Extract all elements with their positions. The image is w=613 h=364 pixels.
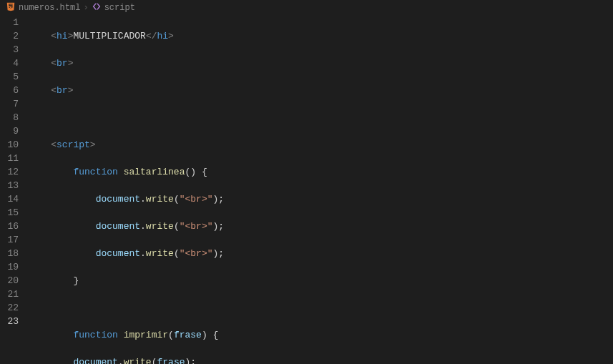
chevron-right-icon: ›: [83, 3, 88, 13]
line-number: 17: [0, 233, 19, 247]
line-number: 1: [0, 16, 19, 29]
line-number: 5: [0, 70, 19, 84]
line-number: 4: [0, 56, 19, 70]
code-line[interactable]: <hi>MULTIPLICADOR</hi>: [29, 29, 285, 43]
html-file-icon: [6, 1, 16, 14]
line-number: 20: [0, 274, 19, 287]
line-number: 2: [0, 29, 19, 43]
line-number: 13: [0, 179, 19, 192]
breadcrumb-symbol[interactable]: script: [104, 3, 135, 13]
code-line[interactable]: document.write("<br>");: [29, 247, 285, 260]
line-number: 7: [0, 97, 19, 111]
line-number: 21: [0, 287, 19, 301]
line-number: 16: [0, 220, 19, 233]
line-number: 11: [0, 152, 19, 165]
line-number: 14: [0, 192, 19, 206]
line-number: 19: [0, 260, 19, 274]
code-area[interactable]: <hi>MULTIPLICADOR</hi> <br> <br> <script…: [29, 16, 285, 364]
code-editor[interactable]: 1 2 3 4 5 6 7 8 9 10 11 12 13 14 15 16 1…: [0, 16, 613, 364]
code-line[interactable]: function imprimir(frase) {: [29, 328, 285, 342]
line-number: 6: [0, 84, 19, 97]
breadcrumb-file[interactable]: numeros.html: [19, 3, 80, 13]
line-number: 22: [0, 301, 19, 315]
code-line[interactable]: function saltarlinea() {: [29, 165, 285, 179]
code-line[interactable]: document.write(frase);: [29, 355, 285, 364]
breadcrumb: numeros.html › script: [0, 0, 613, 16]
line-number: 15: [0, 206, 19, 220]
line-number: 23: [0, 315, 19, 328]
script-symbol-icon: [92, 1, 102, 14]
code-line[interactable]: <script>: [29, 138, 285, 152]
code-line[interactable]: }: [29, 274, 285, 287]
code-line[interactable]: <br>: [29, 84, 285, 97]
line-number: 10: [0, 138, 19, 152]
line-number: 12: [0, 165, 19, 179]
code-line[interactable]: [29, 301, 285, 315]
line-number: 18: [0, 247, 19, 260]
line-number: 3: [0, 43, 19, 56]
code-line[interactable]: <br>: [29, 56, 285, 70]
line-number: 8: [0, 111, 19, 124]
line-number: 9: [0, 124, 19, 138]
line-number-gutter: 1 2 3 4 5 6 7 8 9 10 11 12 13 14 15 16 1…: [0, 16, 29, 364]
code-line[interactable]: document.write("<br>");: [29, 192, 285, 206]
code-line[interactable]: [29, 111, 285, 124]
code-line[interactable]: document.write("<br>");: [29, 220, 285, 233]
